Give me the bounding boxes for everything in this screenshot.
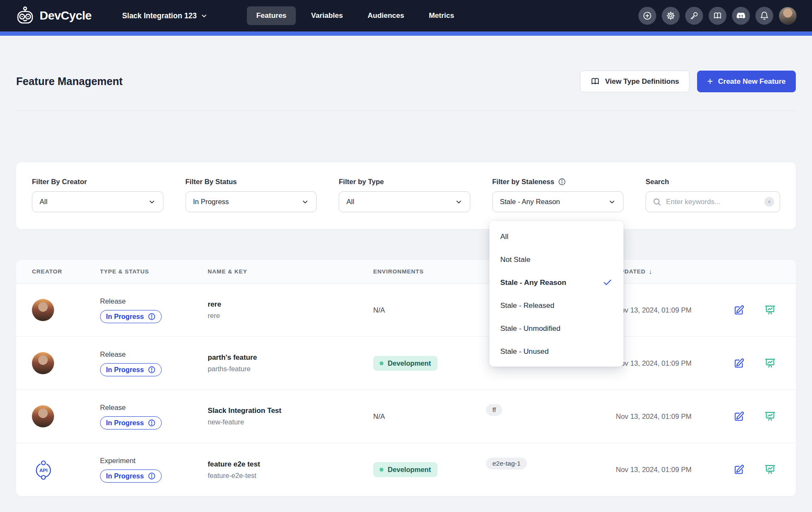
tab-audiences[interactable]: Audiences [358,6,414,25]
status-badge: In Progress [100,469,162,483]
col-updated[interactable]: Updated ↓ [616,268,722,276]
feature-type: Release [100,297,208,305]
filter-status-select[interactable]: In Progress [186,191,317,212]
updated-cell: Nov 13, 2024, 01:09 PM [616,466,722,474]
top-nav: DevCycle Slack Integration 123 Features … [0,0,812,31]
search-label: Search [646,178,780,186]
type-status-cell: Release In Progress [100,404,208,430]
feature-key: new-feature [208,418,373,426]
brand-logo[interactable]: DevCycle [15,6,91,26]
name-key-cell: rere rere [208,300,373,320]
filter-status: Filter By Status In Progress [186,178,317,212]
view-type-definitions-button[interactable]: View Type Definitions [580,71,689,92]
feature-metrics-button[interactable] [764,304,776,316]
table-header-row: Creator Type & Status Name & Key Environ… [16,260,796,284]
feature-metrics-button[interactable] [764,358,776,369]
feature-metrics-button[interactable] [764,411,776,422]
filter-staleness-label: Filter by Staleness [492,178,555,186]
filter-staleness: Filter by Staleness Stale - Any Reason A… [492,178,624,212]
feature-name: parth's feature [208,353,373,362]
tag-badge: e2e-tag-1 [486,458,527,469]
filter-creator-select[interactable]: All [32,191,163,212]
status-badge: In Progress [100,416,162,430]
staleness-option-all[interactable]: All [489,225,624,248]
staleness-option-stale-unmodified[interactable]: Stale - Unmodified [489,317,624,340]
creator-cell [32,405,100,427]
type-status-cell: Experiment In Progress [100,457,208,483]
edit-feature-button[interactable] [733,464,745,475]
filter-type-select[interactable]: All [339,191,470,212]
alert-circle-icon [148,313,156,321]
creator-cell [32,299,100,321]
table-row[interactable]: Release In Progress Slack Integration Te… [16,390,796,443]
environment-badge: Development [373,462,437,477]
tab-variables[interactable]: Variables [302,6,352,25]
plus-circle-icon [643,11,652,20]
feature-metrics-button[interactable] [764,464,776,475]
environments-cell: N/A [373,412,486,421]
api-keys-button[interactable] [685,7,703,25]
updated-cell: Nov 13, 2024, 01:09 PM [616,412,722,421]
devcycle-robot-icon [15,6,35,26]
sort-desc-icon: ↓ [649,268,652,276]
staleness-option-stale-unused[interactable]: Stale - Unused [489,340,624,363]
staleness-option-not-stale[interactable]: Not Stale [489,248,624,271]
key-icon [689,11,699,20]
table-row[interactable]: API Experiment In Progress feature e2e t… [16,443,796,496]
tags-cell: e2e-tag-1 [486,458,616,469]
plus-icon: + [707,77,713,86]
creator-cell: API [32,458,100,481]
header-divider [16,111,796,111]
feature-type: Experiment [100,457,208,465]
staleness-dropdown: All Not Stale Stale - Any Reason Stale -… [489,221,624,367]
actions-cell [722,304,796,316]
staleness-option-stale-any-reason[interactable]: Stale - Any Reason [489,271,624,294]
filter-creator: Filter By Creator All [32,178,163,212]
edit-feature-button[interactable] [733,411,745,422]
nav-utilities [638,7,797,25]
clear-search-button[interactable]: × [764,197,774,207]
docs-button[interactable] [709,7,726,25]
settings-button[interactable] [662,7,680,25]
actions-cell [722,411,796,422]
name-key-cell: feature e2e test feature-e2e-test [208,460,373,480]
discord-button[interactable] [732,7,750,25]
name-key-cell: Slack Integration Test new-feature [208,407,373,426]
book-icon [590,77,600,86]
table-row[interactable]: Release In Progress rere rere N/A Nov 13… [16,284,796,337]
create-new-feature-label: Create New Feature [718,77,786,86]
type-status-cell: Release In Progress [100,297,208,323]
filter-bar: Filter By Creator All Filter By Status I… [16,162,796,229]
create-new-feature-button[interactable]: + Create New Feature [697,71,796,92]
filter-creator-value: All [40,198,47,206]
avatar [32,405,54,427]
feature-key: parths-feature [208,365,373,373]
tab-metrics[interactable]: Metrics [420,6,464,25]
search-box: × [646,191,780,212]
info-icon[interactable] [558,178,566,186]
project-name: Slack Integration 123 [122,11,197,20]
filter-type-value: All [346,198,354,206]
features-table: Creator Type & Status Name & Key Environ… [16,260,796,496]
edit-feature-button[interactable] [733,358,745,369]
feature-name: feature e2e test [208,460,373,469]
create-button[interactable] [638,7,656,25]
edit-feature-button[interactable] [733,304,745,316]
table-row[interactable]: Release In Progress parth's feature part… [16,337,796,390]
creator-cell [32,352,100,374]
staleness-option-stale-released[interactable]: Stale - Released [489,294,624,317]
search-input[interactable] [666,198,760,206]
avatar [32,352,54,374]
user-avatar[interactable] [779,7,797,25]
filter-staleness-select[interactable]: Stale - Any Reason [492,191,624,212]
project-selector[interactable]: Slack Integration 123 [122,11,208,20]
bell-icon [760,11,769,20]
feature-type: Release [100,350,208,358]
feature-type: Release [100,404,208,412]
tab-features[interactable]: Features [247,6,296,25]
api-creator-icon: API [32,458,100,481]
chevron-down-icon [455,198,463,206]
notifications-button[interactable] [755,7,773,25]
alert-circle-icon [148,419,156,427]
filter-staleness-value: Stale - Any Reason [500,198,560,206]
